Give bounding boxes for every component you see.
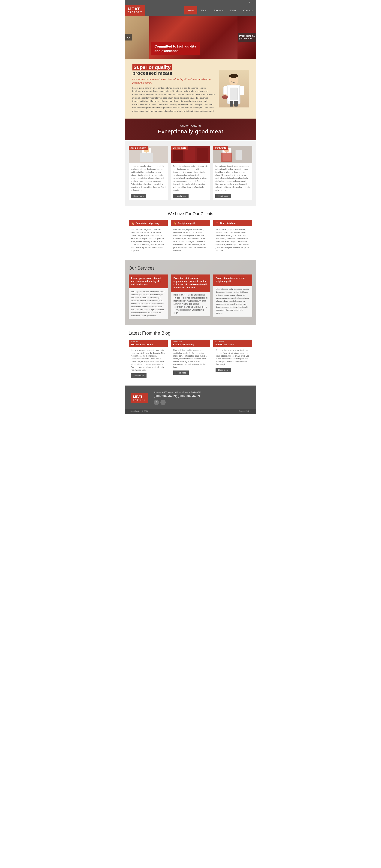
banner-section: Custom Cutting Exceptionally good meat — [125, 119, 256, 141]
nav-home[interactable]: Home — [184, 6, 198, 14]
about-subtitle: Lorem ipsum dolor sit amet conse ctetur … — [132, 78, 215, 85]
footer-copyright: Meat Factory © 2014 — [131, 410, 148, 412]
blog-card-0: 23 oct 2014 Sod sit amet conse Lorem ips… — [129, 340, 168, 380]
blog-card-0-title: Sod sit amet conse — [131, 343, 166, 346]
twitter-icon[interactable]: t — [252, 1, 252, 4]
blog-card-1-title: Ectetur adipiscing — [173, 343, 208, 346]
hero-left-panel: ay — [125, 16, 149, 59]
card-events-image: Our Events — [213, 146, 252, 163]
blog-card-0-body: Lorem ipsum dolor sit amet, consectetur … — [129, 347, 168, 380]
blog-card-1-text: Nam nisi diam, sagittis a ornare sed, ve… — [173, 349, 208, 369]
svg-rect-4 — [230, 88, 238, 100]
footer-logo[interactable]: MEAT FACTORY — [131, 393, 148, 403]
about-text: Superior quality processed meats Lorem i… — [132, 64, 215, 113]
footer-twitter-icon[interactable]: t — [161, 400, 166, 405]
blog-card-2-header: 23 oct 2014 Sed do eiusmod — [213, 340, 252, 347]
footer-facebook-icon[interactable]: f — [153, 400, 159, 405]
hero-main-text: Committed to high quality and excellence — [151, 42, 200, 55]
card-about-read-more[interactable]: Read more — [131, 194, 146, 198]
blog-card-0-text: Lorem ipsum dolor sit amet, consectetur … — [131, 349, 166, 371]
card-products-label: Our Products — [171, 146, 188, 150]
about-heading: Superior quality processed meats — [132, 64, 215, 76]
services-section: Our Services Lorem ipsum dolor sit amet … — [125, 260, 256, 325]
love-card-2: 📍 Nam nisi diam Nam nisi diam, sagittis … — [213, 220, 252, 254]
chef-svg — [220, 70, 247, 107]
blog-card-2-text: Donec varius metus sem, eu feugiat irs l… — [215, 349, 250, 366]
footer-privacy-link[interactable]: Privacy Policy — [239, 410, 250, 412]
about-body: Lorem ipsum dolor sit amet contse ctetur… — [132, 86, 215, 113]
footer-logo-line1: MEAT — [133, 395, 146, 399]
hero-prev-label: ay — [125, 34, 132, 40]
footer-info: Address: 4578 Marmora Road, Glasgow D04 … — [153, 391, 250, 405]
nav-products[interactable]: Products — [210, 6, 227, 14]
facebook-icon[interactable]: f — [249, 1, 250, 4]
top-bar: f t — [125, 0, 256, 5]
main-nav: Home About Products News Contacts — [145, 5, 256, 16]
nav-about[interactable]: About — [197, 6, 210, 14]
service-card-0: Lorem ipsum dolor sit amet conse ctetur … — [129, 275, 168, 319]
site-header: MEAT FACTORY Home About Products News Co… — [125, 5, 256, 16]
logo-line1: MEAT — [128, 7, 142, 11]
service-card-0-text: Lorem ipsum dolor sit amet conse ctetur … — [131, 290, 165, 317]
service-card-2-header: Dolor sit amet conse ctetur adipiscing e… — [213, 275, 252, 286]
card-about-body: Lorem ipsum dolor sit amet conse ctetur … — [129, 163, 168, 200]
cards-section: About Company Lorem ipsum dolor sit amet… — [125, 141, 256, 206]
love-card-2-header: 📍 Nam nisi diam — [213, 220, 252, 226]
blog-card-2-read-more[interactable]: Read more — [215, 368, 231, 372]
logo[interactable]: MEAT FACTORY — [125, 5, 145, 16]
card-events-read-more[interactable]: Read more — [215, 194, 231, 198]
banner-subtitle: Custom Cutting — [129, 124, 252, 127]
blog-card-0-header: 23 oct 2014 Sod sit amet conse — [129, 340, 168, 347]
card-about-image: About Company — [129, 146, 168, 163]
blog-card-1-read-more[interactable]: Read more — [173, 371, 189, 375]
hero-center-panel: Committed to high quality and excellence — [149, 16, 238, 59]
nav-news[interactable]: News — [227, 6, 240, 14]
svg-point-8 — [222, 95, 228, 99]
nav-contacts[interactable]: Contacts — [240, 6, 256, 14]
footer-address-label: Address: — [153, 391, 162, 394]
card-events: Our Events Lorem ipsum dolor sit amet co… — [213, 146, 252, 200]
love-card-2-icon: 📍 — [215, 222, 219, 225]
hero-heading: Committed to high quality and excellence — [154, 44, 197, 53]
love-card-2-text: Nam nisi diam, sagittis a ornare sed, ve… — [215, 228, 250, 252]
service-card-0-header: Lorem ipsum dolor sit amet conse ctetur … — [129, 275, 168, 288]
service-card-2-text: Sit amet conse ctetur adipiscing elit, s… — [216, 288, 250, 315]
card-events-label: Our Events — [213, 146, 228, 150]
card-about-label: About Company — [129, 146, 148, 150]
svg-rect-22 — [221, 153, 232, 162]
svg-rect-6 — [240, 86, 244, 95]
love-card-0-text: Nam nisi diam, sagittis a ornare sed, ve… — [131, 228, 166, 252]
love-card-2-body: Nam nisi diam, sagittis a ornare sed, ve… — [213, 226, 252, 254]
love-card-0-icon: 🍖 — [131, 222, 134, 225]
card-products-body: Dolor sit amet conse ctetur adipiscing e… — [171, 163, 210, 200]
services-cards: Lorem ipsum dolor sit amet conse ctetur … — [129, 275, 252, 319]
card-about-text: Lorem ipsum dolor sit amet conse ctetur … — [131, 165, 166, 192]
blog-card-2-body: Donec varius metus sem, eu feugiat irs l… — [213, 347, 252, 374]
blog-heading: Latest From the Blog — [129, 331, 252, 336]
svg-rect-9 — [230, 101, 233, 106]
love-cards: 🍖 Ensectetur adipiscing Nam nisi diam, s… — [129, 220, 252, 254]
blog-card-2-date: 23 oct 2014 — [215, 341, 250, 343]
service-card-1-header: Excepteur sint occaecat cupidatat non pr… — [171, 275, 210, 291]
blog-card-0-read-more[interactable]: Read more — [131, 373, 146, 378]
card-products-read-more[interactable]: Read more — [173, 194, 188, 198]
card-events-body: Lorem ipsum dolor sit amet conse ctetur … — [213, 163, 252, 200]
card-products-text: Dolor sit amet conse ctetur adipiscing e… — [173, 165, 208, 192]
love-card-1-text: Nam nisi diam, sagittis a ornare sed, ve… — [173, 228, 208, 252]
cards-row: About Company Lorem ipsum dolor sit amet… — [129, 146, 252, 200]
love-card-1-title: Dodipiscing elit — [178, 222, 195, 224]
blog-card-2-title: Sed do eiusmod — [215, 343, 250, 346]
service-card-1-text: Dolor sit amet conse ctetur adipiscing e… — [174, 293, 207, 314]
svg-rect-10 — [234, 101, 238, 106]
love-card-1-icon: 🍖 — [173, 222, 176, 225]
blog-cards: 23 oct 2014 Sod sit amet conse Lorem ips… — [129, 340, 252, 380]
footer-logo-line2: FACTORY — [133, 399, 146, 401]
svg-point-2 — [229, 74, 238, 78]
card-events-text: Lorem ipsum dolor sit amet conse ctetur … — [215, 165, 250, 192]
love-card-2-title: Nam nisi diam — [220, 222, 235, 224]
logo-line2: FACTORY — [128, 11, 142, 14]
blog-card-0-date: 23 oct 2014 — [131, 341, 166, 343]
footer: MEAT FACTORY Address: 4578 Marmora Road,… — [125, 385, 256, 409]
card-products: Our Products Dolor sit amet conse ctetur… — [171, 146, 210, 200]
svg-rect-18 — [197, 148, 208, 161]
